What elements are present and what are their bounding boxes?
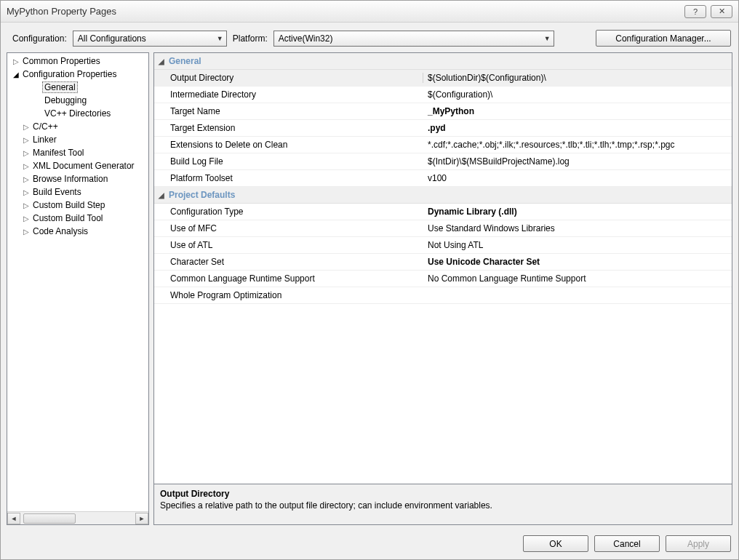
platform-value: Active(Win32) xyxy=(279,33,333,44)
platform-combo[interactable]: Active(Win32) ▼ xyxy=(273,31,554,47)
property-name: Extensions to Delete on Clean xyxy=(169,140,423,150)
property-value[interactable]: _MyPython xyxy=(423,106,732,116)
tree-item[interactable]: ▷Code Analysis xyxy=(9,225,148,238)
expand-icon[interactable]: ▷ xyxy=(22,188,31,196)
expand-icon[interactable]: ▷ xyxy=(22,149,31,157)
chevron-down-icon: ▼ xyxy=(217,35,223,42)
property-row[interactable]: Platform Toolsetv100 xyxy=(154,170,732,187)
tree-item-label: XML Document Generator xyxy=(31,160,137,172)
property-value[interactable]: No Common Language Runtime Support xyxy=(423,273,732,284)
scroll-left-button[interactable]: ◄ xyxy=(7,513,20,524)
scroll-track[interactable] xyxy=(20,513,135,524)
expand-icon[interactable]: ▷ xyxy=(12,57,20,65)
body: ▷Common Properties◢Configuration Propert… xyxy=(1,52,738,529)
property-value[interactable]: v100 xyxy=(423,173,732,183)
apply-button[interactable]: Apply xyxy=(666,535,731,552)
tree-item[interactable]: ▷Build Events xyxy=(9,185,148,199)
tree-item[interactable]: ▷Browse Information xyxy=(9,172,148,185)
cancel-button[interactable]: Cancel xyxy=(594,535,660,552)
window-title: MyPython Property Pages xyxy=(7,6,680,17)
expand-icon[interactable]: ▷ xyxy=(22,201,31,209)
tree-item[interactable]: ◢Configuration Properties xyxy=(9,68,148,81)
configuration-label: Configuration: xyxy=(12,33,67,44)
property-row[interactable]: Use of ATLNot Using ATL xyxy=(154,237,732,254)
tree-item[interactable]: Debugging xyxy=(9,94,148,107)
property-value[interactable]: Not Using ATL xyxy=(423,240,732,250)
property-name: Common Language Runtime Support xyxy=(169,273,423,284)
property-row[interactable]: Intermediate Directory$(Configuration)\ xyxy=(154,87,732,103)
configuration-manager-button[interactable]: Configuration Manager... xyxy=(596,30,731,47)
property-value[interactable]: $(SolutionDir)$(Configuration)\ xyxy=(423,73,732,83)
property-grid-body[interactable]: ◢GeneralOutput Directory$(SolutionDir)$(… xyxy=(154,53,732,484)
footer: OK Cancel Apply xyxy=(1,529,738,559)
chevron-down-icon: ▼ xyxy=(544,35,551,42)
property-name: Build Log File xyxy=(169,156,423,167)
tree-item-label: General xyxy=(42,81,78,93)
property-row[interactable]: Character SetUse Unicode Character Set xyxy=(154,254,732,271)
tree-item[interactable]: General xyxy=(9,81,148,94)
tree-item-label: Browse Information xyxy=(31,173,110,185)
expand-icon[interactable]: ▷ xyxy=(22,175,31,183)
property-row[interactable]: Whole Program Optimization xyxy=(154,287,732,304)
tree-item-label: Configuration Properties xyxy=(20,68,119,80)
ok-button[interactable]: OK xyxy=(523,535,588,552)
collapse-icon[interactable]: ◢ xyxy=(154,191,169,199)
expand-icon[interactable]: ▷ xyxy=(22,162,31,170)
property-value[interactable]: Use Standard Windows Libraries xyxy=(423,223,732,233)
description-panel: Output Directory Specifies a relative pa… xyxy=(153,484,732,525)
property-name: Target Name xyxy=(169,106,423,116)
close-button[interactable]: ✕ xyxy=(711,5,732,18)
tree-item-label: Manifest Tool xyxy=(31,147,86,159)
tree-item[interactable]: ▷Linker xyxy=(9,133,148,146)
tree-item[interactable]: ▷Manifest Tool xyxy=(9,146,148,159)
property-row[interactable]: Common Language Runtime SupportNo Common… xyxy=(154,271,732,287)
property-category[interactable]: ◢Project Defaults xyxy=(154,187,732,204)
property-name: Target Extension xyxy=(169,123,423,133)
expand-icon[interactable]: ▷ xyxy=(22,215,31,223)
tree-hscrollbar[interactable]: ◄ ► xyxy=(7,511,148,524)
config-toolbar: Configuration: All Configurations ▼ Plat… xyxy=(1,23,738,52)
property-value[interactable]: $(Configuration)\ xyxy=(423,89,732,100)
collapse-icon[interactable]: ◢ xyxy=(12,71,20,79)
help-button[interactable]: ? xyxy=(684,5,706,18)
tree-item-label: Custom Build Tool xyxy=(31,212,105,224)
collapse-icon[interactable]: ◢ xyxy=(154,57,169,65)
tree-item[interactable]: ▷Custom Build Tool xyxy=(9,212,148,225)
tree-item[interactable]: ▷Common Properties xyxy=(9,55,148,68)
scroll-thumb[interactable] xyxy=(23,513,76,524)
tree-item-label: Custom Build Step xyxy=(31,199,107,211)
property-category[interactable]: ◢General xyxy=(154,53,732,70)
property-name: Use of MFC xyxy=(169,223,423,233)
property-value[interactable]: *.cdf;*.cache;*.obj;*.ilk;*.resources;*.… xyxy=(423,140,732,150)
property-name: Whole Program Optimization xyxy=(169,290,423,300)
property-row[interactable]: Target Name_MyPython xyxy=(154,103,732,120)
property-row[interactable]: Target Extension.pyd xyxy=(154,120,732,137)
expand-icon[interactable]: ▷ xyxy=(22,136,31,144)
tree-item-label: Linker xyxy=(31,134,59,145)
property-name: Configuration Type xyxy=(169,207,423,217)
property-value[interactable]: Dynamic Library (.dll) xyxy=(423,207,732,217)
scroll-right-button[interactable]: ► xyxy=(135,513,148,524)
tree-item[interactable]: ▷Custom Build Step xyxy=(9,199,148,212)
tree-item[interactable]: ▷C/C++ xyxy=(9,120,148,133)
property-grid: ◢GeneralOutput Directory$(SolutionDir)$(… xyxy=(153,52,732,484)
property-value[interactable]: .pyd xyxy=(423,123,732,133)
expand-icon[interactable]: ▷ xyxy=(22,123,31,131)
property-row[interactable]: Use of MFCUse Standard Windows Libraries xyxy=(154,220,732,237)
property-value[interactable]: $(IntDir)\$(MSBuildProjectName).log xyxy=(423,156,732,167)
property-row[interactable]: Build Log File$(IntDir)\$(MSBuildProject… xyxy=(154,153,732,170)
platform-label: Platform: xyxy=(233,33,268,44)
tree-item-label: C/C++ xyxy=(31,121,60,132)
property-name: Intermediate Directory xyxy=(169,89,423,100)
tree-item[interactable]: VC++ Directories xyxy=(9,107,148,120)
configuration-combo[interactable]: All Configurations ▼ xyxy=(73,31,227,47)
tree-item-label: VC++ Directories xyxy=(42,108,113,119)
nav-tree[interactable]: ▷Common Properties◢Configuration Propert… xyxy=(7,53,148,511)
property-row[interactable]: Configuration TypeDynamic Library (.dll) xyxy=(154,204,732,220)
property-value[interactable]: Use Unicode Character Set xyxy=(423,257,732,267)
property-row[interactable]: Output Directory$(SolutionDir)$(Configur… xyxy=(154,70,732,87)
tree-item[interactable]: ▷XML Document Generator xyxy=(9,159,148,172)
tree-item-label: Common Properties xyxy=(20,55,103,67)
property-row[interactable]: Extensions to Delete on Clean*.cdf;*.cac… xyxy=(154,137,732,153)
expand-icon[interactable]: ▷ xyxy=(22,228,31,236)
